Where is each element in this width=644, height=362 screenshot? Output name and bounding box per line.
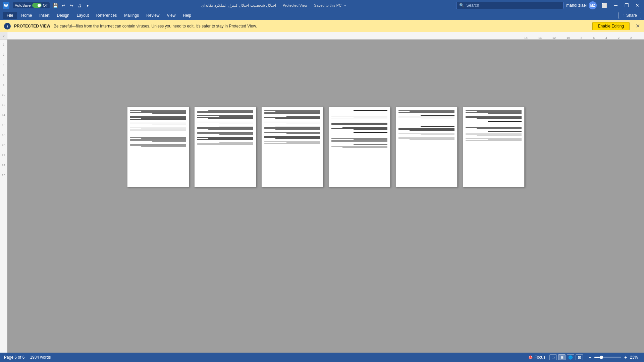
page-line (130, 112, 186, 113)
page-line (466, 112, 522, 113)
menu-insert[interactable]: Insert (36, 12, 53, 19)
pages-row (127, 107, 525, 187)
page-line (152, 113, 186, 114)
menu-view[interactable]: View (164, 12, 179, 19)
title-bar-center: اختلال شخصیت احتلال کنترل عملکرد تکانه‌ا… (91, 3, 456, 8)
focus-view-btn[interactable]: ⊡ (576, 354, 583, 360)
page-line (466, 127, 522, 128)
multiple-pages-btn[interactable]: ⊞ (558, 354, 566, 360)
close-button[interactable]: ✕ (633, 1, 641, 9)
redo-button[interactable]: ↪ (68, 2, 75, 9)
title-bar: W AutoSave Off 💾 ↩ ↪ 🖨 ▾ اختلال شخصیت اح… (0, 0, 644, 11)
search-input[interactable] (466, 3, 560, 8)
document-area (7, 40, 644, 353)
page-line (466, 140, 522, 140)
page-line (286, 142, 320, 143)
page-line (354, 118, 387, 118)
zoom-slider-thumb (600, 356, 603, 359)
save-button[interactable]: 💾 (52, 2, 59, 9)
ruler-num-6: 6 (593, 36, 595, 40)
page-line (264, 110, 320, 111)
autosave-toggle[interactable]: AutoSave Off (13, 2, 50, 8)
customize-button[interactable]: ▾ (84, 2, 91, 9)
vruler-6: 6 (3, 73, 4, 76)
page-line (130, 127, 186, 127)
page-line (264, 112, 320, 113)
page-line (130, 116, 186, 117)
page-line (152, 141, 186, 142)
page-line (130, 139, 186, 140)
page-line (264, 143, 320, 144)
page-line (331, 138, 387, 139)
separator2: - (310, 3, 312, 7)
page-line (197, 117, 253, 118)
ruler-marks: 18 14 12 10 8 6 4 2 2 (7, 32, 644, 40)
dropdown-arrow[interactable]: ▾ (344, 3, 346, 8)
page-line (398, 110, 454, 111)
page-line (331, 135, 387, 135)
page-line (141, 111, 186, 112)
focus-area[interactable]: 🎯 Focus (528, 355, 545, 360)
menu-layout[interactable]: Layout (73, 12, 92, 19)
page-line (421, 134, 454, 135)
menu-references[interactable]: References (93, 12, 120, 19)
share-button[interactable]: ↑ Share (619, 12, 641, 19)
page-line (219, 126, 253, 126)
word-count: 1984 words (30, 355, 51, 360)
page-line (331, 128, 387, 129)
minimize-button[interactable]: ─ (612, 1, 620, 9)
autosave-switch[interactable] (32, 3, 42, 8)
page-line (264, 127, 320, 128)
page-line (466, 123, 522, 123)
ruler-corner: ↙ (0, 32, 7, 40)
close-protected-bar-button[interactable]: ✕ (636, 23, 640, 29)
menu-help[interactable]: Help (179, 12, 195, 19)
page-content-5 (396, 107, 457, 187)
page-line (197, 143, 253, 144)
page-line (130, 129, 186, 129)
page-line (264, 121, 320, 122)
menu-design[interactable]: Design (53, 12, 72, 19)
page-line (398, 128, 454, 129)
menu-review[interactable]: Review (143, 12, 163, 19)
page-line (130, 135, 186, 135)
ribbon-display-btn[interactable]: ⬜ (599, 2, 609, 9)
zoom-percent[interactable]: 23% (630, 355, 640, 360)
zoom-out-button[interactable]: − (587, 354, 593, 360)
search-bar[interactable]: 🔍 (456, 2, 564, 9)
page-line (130, 137, 186, 138)
page-line (342, 114, 387, 115)
enable-editing-button[interactable]: Enable Editing (592, 22, 630, 30)
user-avatar[interactable]: MZ (589, 1, 597, 9)
web-layout-btn[interactable]: 🌐 (567, 354, 574, 360)
menu-mailings[interactable]: Mailings (121, 12, 142, 19)
ruler-num-18: 18 (524, 36, 528, 40)
menu-home[interactable]: Home (18, 12, 35, 19)
focus-label: Focus (534, 355, 545, 360)
restore-button[interactable]: ❐ (623, 1, 631, 9)
search-icon: 🔍 (459, 3, 464, 8)
page-line (130, 123, 186, 124)
page-line (130, 144, 186, 145)
page-content-6 (463, 107, 524, 187)
page-line (398, 144, 454, 144)
page-line (488, 139, 521, 139)
zoom-slider[interactable] (594, 357, 621, 358)
print-layout-btn[interactable]: ▭ (549, 354, 557, 360)
ruler-num-4: 4 (605, 36, 607, 40)
vruler-12: 12 (2, 103, 5, 107)
page-line (197, 121, 253, 122)
page-line (342, 147, 387, 148)
main-area: 2 2 4 6 8 10 12 14 16 18 20 22 24 26 (0, 40, 644, 353)
autosave-label: AutoSave (15, 3, 31, 7)
page-line (398, 129, 454, 130)
page-line (354, 132, 387, 133)
menu-file[interactable]: File (3, 12, 17, 19)
page-line (398, 118, 454, 118)
undo-button[interactable]: ↩ (60, 2, 67, 9)
page-line (354, 129, 387, 130)
zoom-in-button[interactable]: + (623, 354, 629, 360)
page-line (219, 123, 253, 124)
page-line (410, 123, 454, 123)
print-button[interactable]: 🖨 (76, 2, 83, 9)
